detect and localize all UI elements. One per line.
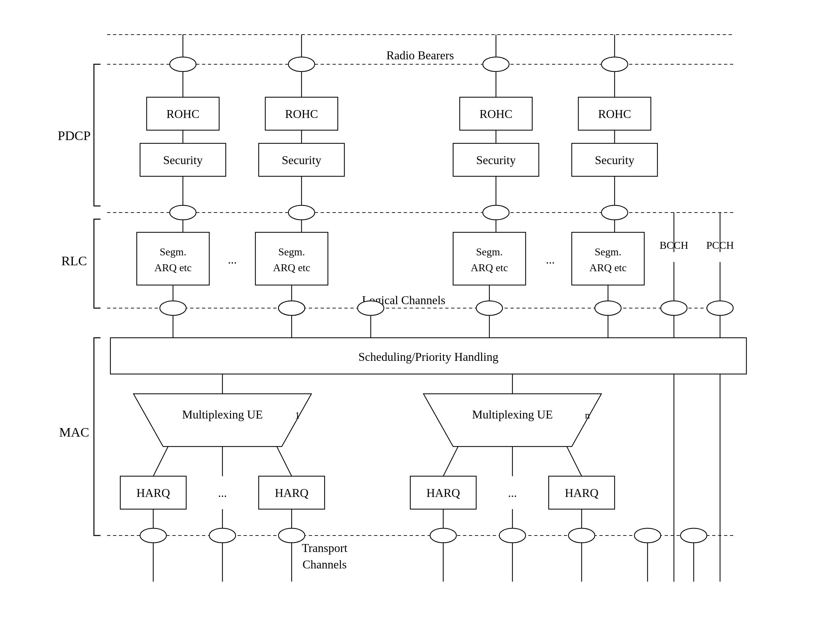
- tc-ellipse-1: [140, 528, 166, 543]
- security-text-4: Security: [595, 153, 634, 167]
- rb-ellipse-1: [170, 57, 196, 71]
- rohc-text-2: ROHC: [285, 107, 318, 121]
- harq-ellipsis-1: ...: [218, 486, 227, 500]
- rlc-box-2: [256, 232, 328, 285]
- pdcp-rlc-ellipse-4: [602, 205, 628, 220]
- rlc-box-1: [137, 232, 209, 285]
- rohc-text-3: ROHC: [479, 107, 512, 121]
- rlc-text-4a: Segm.: [594, 246, 621, 258]
- lc-ellipse-4: [476, 301, 502, 316]
- mux-ue1-text: Multiplexing UE: [182, 408, 263, 421]
- rohc-text-4: ROHC: [598, 107, 631, 121]
- tc-ellipse-4: [430, 528, 456, 543]
- mux-ue1-subscript: 1: [295, 410, 300, 420]
- transport-channels-label-2: Channels: [303, 558, 347, 571]
- svg-point-36: [278, 301, 305, 316]
- transport-channels-label-1: Transport: [302, 541, 347, 555]
- rlc-text-3a: Segm.: [476, 246, 502, 258]
- tc-ellipse-6: [568, 528, 595, 543]
- lc-ellipse-1: [160, 301, 186, 316]
- harq-ellipsis-2: ...: [508, 486, 517, 500]
- tc-ellipse-2: [209, 528, 235, 543]
- tc-ellipse-5: [499, 528, 526, 543]
- tc-ellipse-3: [278, 528, 305, 543]
- security-text-3: Security: [476, 153, 516, 167]
- rlc-text-4b: ARQ etc: [589, 262, 627, 273]
- rb-ellipse-2: [288, 57, 315, 71]
- rlc-box-3: [453, 232, 526, 285]
- rlc-label: RLC: [61, 253, 87, 268]
- harq-1-2-text: HARQ: [275, 486, 308, 500]
- rlc-text-2a: Segm.: [278, 246, 305, 258]
- radio-bearers-label: Radio Bearers: [386, 49, 454, 62]
- harq-n-1-text: HARQ: [426, 486, 460, 500]
- rb-ellipse-4: [602, 57, 628, 71]
- scheduling-text: Scheduling/Priority Handling: [358, 350, 498, 363]
- rlc-text-1b: ARQ etc: [154, 262, 191, 273]
- rohc-text-1: ROHC: [166, 107, 199, 121]
- security-text-1: Security: [163, 153, 203, 167]
- pdcp-label: PDCP: [57, 128, 90, 143]
- harq-n-2-text: HARQ: [565, 486, 598, 500]
- rlc-box-4: [572, 232, 644, 285]
- mac-label: MAC: [59, 425, 89, 440]
- rlc-ellipsis-1: ...: [228, 253, 237, 266]
- tc-ellipse-8: [681, 528, 707, 543]
- rb-ellipse-3: [483, 57, 509, 71]
- pdcp-rlc-ellipse-2: [288, 205, 315, 220]
- lc-ellipse-6: [661, 301, 687, 316]
- security-text-2: Security: [282, 153, 321, 167]
- lc-ellipse-3: [358, 301, 384, 316]
- rlc-ellipsis-2: ...: [546, 253, 554, 266]
- lc-ellipse-5: [595, 301, 621, 316]
- mux-uen-text: Multiplexing UE: [472, 408, 553, 421]
- rlc-text-1a: Segm.: [159, 246, 186, 258]
- rlc-text-3b: ARQ etc: [471, 262, 508, 273]
- diagram-container: text { font-family: 'Times New Roman', T…: [41, 21, 799, 615]
- harq-1-1-text: HARQ: [136, 486, 170, 500]
- lc-ellipse-7: [707, 301, 733, 316]
- rlc-text-2b: ARQ etc: [273, 262, 310, 273]
- pdcp-rlc-ellipse-3: [483, 205, 509, 220]
- tc-ellipse-7: [634, 528, 661, 543]
- pdcp-rlc-ellipse-1: [170, 205, 196, 220]
- mux-uen-subscript: n: [585, 410, 590, 420]
